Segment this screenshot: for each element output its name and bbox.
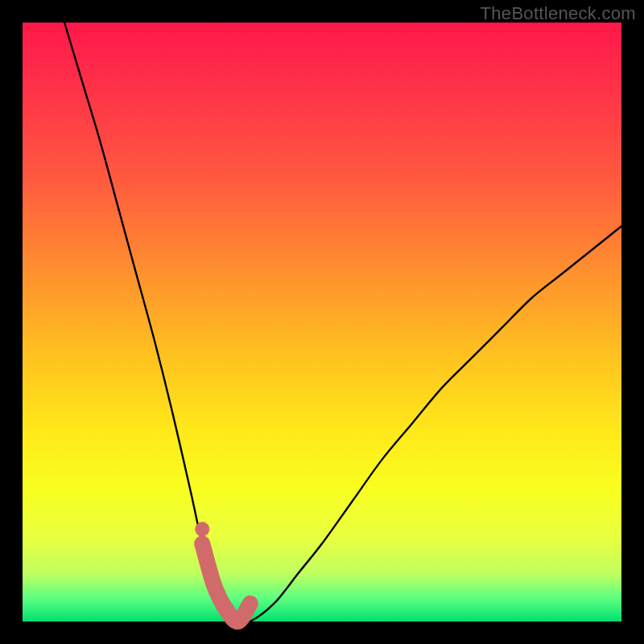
optimal-range-highlight xyxy=(202,543,250,621)
chart-frame: TheBottleneck.com xyxy=(0,0,644,644)
curve-layer xyxy=(23,23,621,621)
watermark-text: TheBottleneck.com xyxy=(481,3,636,24)
bottleneck-curve-path xyxy=(64,23,621,623)
plot-area xyxy=(23,23,621,621)
optimal-range-start-dot xyxy=(195,522,209,536)
